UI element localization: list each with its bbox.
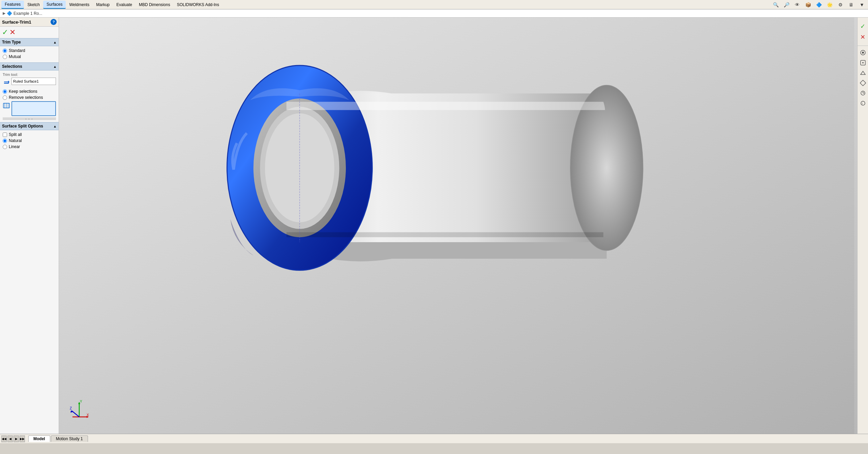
trim-type-label: Trim Type <box>2 40 21 45</box>
3d-scene-svg <box>59 18 857 434</box>
panel-header: Surface-Trim1 ? <box>0 18 59 27</box>
svg-point-27 <box>862 62 864 63</box>
surface-split-chevron: ▲ <box>53 124 57 128</box>
svg-line-21 <box>72 411 79 417</box>
svg-point-25 <box>862 52 864 54</box>
breadcrumb-text: Example 1 Ro... <box>13 11 42 16</box>
menu-bar: Features Sketch Surfaces Weldments Marku… <box>0 0 868 9</box>
svg-text:Z: Z <box>70 406 72 410</box>
selections-chevron: ▲ <box>53 65 57 68</box>
trim-tool-icon <box>3 79 10 86</box>
trim-type-content: Standard Mutual <box>0 46 59 62</box>
surface-split-section-header[interactable]: Surface Split Options ▲ <box>0 122 59 130</box>
menu-sketch[interactable]: Sketch <box>24 1 43 8</box>
screen-icon[interactable]: 🖥 <box>846 0 856 9</box>
mutual-label[interactable]: Mutual <box>9 54 21 59</box>
breadcrumb-bar: ▶ 🔷 Example 1 Ro... <box>0 9 868 18</box>
svg-rect-2 <box>4 83 9 84</box>
nav-prev-prev[interactable]: ◀◀ <box>1 435 7 442</box>
checkmark-right-btn[interactable]: ✓ <box>858 22 868 31</box>
selections-section-header[interactable]: Selections ▲ <box>0 62 59 70</box>
right-icon-1[interactable] <box>858 58 868 67</box>
resize-handle[interactable]: • • • <box>3 117 56 120</box>
view-icon[interactable]: 👁 <box>792 0 802 9</box>
nav-arrows: ◀◀ ◀ ▶ ▶▶ <box>1 435 25 442</box>
shading-icon[interactable]: 🔷 <box>814 0 824 9</box>
standard-label[interactable]: Standard <box>9 48 25 53</box>
surface-split-content: Split all Natural Linear <box>0 130 59 152</box>
selection-icon-row <box>3 101 56 116</box>
natural-label[interactable]: Natural <box>9 138 22 143</box>
menu-weldments[interactable]: Weldments <box>66 1 93 8</box>
render-icon[interactable]: 🌟 <box>825 0 834 9</box>
menu-surfaces[interactable]: Surfaces <box>43 1 66 9</box>
cancel-button[interactable]: ✕ <box>9 28 16 37</box>
trim-type-section-header[interactable]: Trim Type ▲ <box>0 38 59 46</box>
radio-natural[interactable]: Natural <box>3 138 56 143</box>
right-icon-0[interactable] <box>858 48 868 57</box>
settings-icon[interactable]: ⚙ <box>836 0 845 9</box>
right-icon-5[interactable]: i <box>858 98 868 108</box>
nav-next[interactable]: ▶ <box>13 435 19 442</box>
panel-title: Surface-Trim1 <box>2 20 31 25</box>
resize-dots: • • • <box>26 117 33 120</box>
zoom-icon[interactable]: 🔎 <box>782 0 791 9</box>
nav-next-next[interactable]: ▶▶ <box>20 435 25 442</box>
bottom-bar: ◀◀ ◀ ▶ ▶▶ Model Motion Study 1 <box>0 434 868 443</box>
svg-text:X: X <box>87 413 89 417</box>
surface-select-icon[interactable] <box>3 102 10 109</box>
checkbox-split-all[interactable]: Split all <box>3 132 56 137</box>
surface-split-label: Surface Split Options <box>2 124 43 129</box>
radio-remove-selections[interactable]: Remove selections <box>3 95 56 100</box>
right-icon-2[interactable] <box>858 68 868 78</box>
trim-tool-input[interactable] <box>11 78 56 85</box>
selections-label: Selections <box>2 64 22 69</box>
help-button[interactable]: ? <box>51 19 57 25</box>
nav-prev[interactable]: ◀ <box>7 435 13 442</box>
display-icon[interactable]: 📦 <box>803 0 813 9</box>
trim-type-chevron: ▲ <box>53 40 57 44</box>
menu-mbd-dimensions[interactable]: MBD Dimensions <box>136 1 174 8</box>
ok-button[interactable]: ✓ <box>2 28 8 37</box>
search-icon[interactable]: 🔍 <box>771 0 780 9</box>
right-icon-4[interactable] <box>858 88 868 98</box>
right-icons-panel: ✓ ✕ i <box>857 18 868 434</box>
split-all-label[interactable]: Split all <box>9 132 22 137</box>
main-layout: Surface-Trim1 ? ✓ ✕ Trim Type ▲ Standard… <box>0 18 868 434</box>
tab-motion-study-1[interactable]: Motion Study 1 <box>51 435 88 442</box>
remove-selections-label[interactable]: Remove selections <box>9 95 43 100</box>
menu-markup[interactable]: Markup <box>93 1 113 8</box>
svg-text:Y: Y <box>80 400 82 403</box>
svg-point-32 <box>861 101 865 105</box>
radio-linear[interactable]: Linear <box>3 144 56 149</box>
right-icon-3[interactable] <box>858 78 868 88</box>
viewport[interactable]: Y X Z <box>59 18 857 434</box>
cross-right-btn[interactable]: ✕ <box>858 32 868 42</box>
menu-evaluate[interactable]: Evaluate <box>113 1 136 8</box>
left-panel: Surface-Trim1 ? ✓ ✕ Trim Type ▲ Standard… <box>0 18 59 434</box>
svg-marker-1 <box>8 81 9 83</box>
selections-content: Trim tool: Keep selections <box>0 70 59 122</box>
keep-selections-label[interactable]: Keep selections <box>9 89 37 94</box>
axis-indicator: Y X Z <box>69 400 89 420</box>
ok-cancel-row: ✓ ✕ <box>0 27 59 38</box>
svg-text:i: i <box>862 102 863 105</box>
svg-rect-28 <box>860 80 866 86</box>
menu-solidworks-addins[interactable]: SOLIDWORKS Add-Ins <box>174 1 222 8</box>
radio-standard[interactable]: Standard <box>3 48 56 53</box>
radio-mutual[interactable]: Mutual <box>3 54 56 59</box>
linear-label[interactable]: Linear <box>9 144 20 149</box>
more-icon[interactable]: ▼ <box>857 0 867 9</box>
tab-model[interactable]: Model <box>28 435 50 442</box>
selections-listbox[interactable] <box>11 101 56 116</box>
trim-tool-label: Trim tool: <box>3 73 56 77</box>
menu-features[interactable]: Features <box>1 1 24 9</box>
radio-keep-selections[interactable]: Keep selections <box>3 89 56 94</box>
svg-rect-0 <box>4 82 9 82</box>
